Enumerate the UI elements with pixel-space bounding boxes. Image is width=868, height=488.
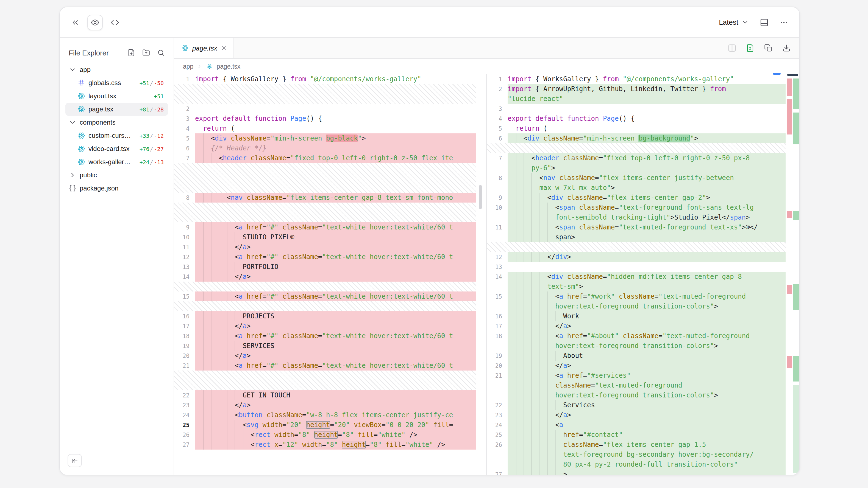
collapse-panel-button[interactable] bbox=[68, 14, 83, 30]
code-line-modified-15[interactable]: 15 <a href="#work" className="text-muted… bbox=[487, 291, 785, 311]
code-text: GET IN TOUCH bbox=[195, 390, 476, 400]
code-line-modified-26[interactable]: 26 className="flex items-center gap-1.5 … bbox=[487, 440, 785, 469]
code-line-modified-6[interactable]: 6 <div className="min-h-screen bg-backgr… bbox=[487, 133, 785, 143]
preview-toggle-button[interactable] bbox=[87, 14, 103, 30]
chevron-down-icon[interactable] bbox=[69, 119, 76, 126]
code-line-original-18[interactable]: 18 <a href="#" className="text-white hov… bbox=[174, 331, 486, 341]
line-number: 3 bbox=[174, 113, 195, 124]
code-line-original-20[interactable]: 20 </a> bbox=[174, 351, 486, 361]
scrollbar-thumb[interactable] bbox=[479, 185, 482, 209]
code-line-modified-16[interactable]: 16 Work bbox=[487, 311, 785, 321]
code-text: PORTFOLIO bbox=[195, 262, 476, 272]
split-view-button[interactable] bbox=[727, 43, 737, 53]
code-line-modified-7[interactable]: 7 <header className="fixed top-0 left-0 … bbox=[487, 153, 785, 173]
code-line-original-25[interactable]: 25 <svg width="20" height="20" viewBox="… bbox=[174, 420, 486, 430]
code-line-modified-24[interactable]: 24 <a bbox=[487, 420, 785, 430]
tree-file-video-card.tsx[interactable]: video-card.tsx+76/-27 bbox=[65, 142, 168, 155]
code-line-original-16[interactable]: 16 PROJECTS bbox=[174, 311, 486, 321]
breadcrumb-item-app[interactable]: app bbox=[183, 63, 193, 70]
code-line-modified-19[interactable]: 19 About bbox=[487, 351, 785, 361]
code-line-modified-5[interactable]: 5 return ( bbox=[487, 124, 785, 133]
tree-file-globals.css[interactable]: globals.css+51/-50 bbox=[65, 76, 168, 90]
code-line-original-13[interactable]: 13 PORTFOLIO bbox=[174, 262, 486, 272]
new-folder-button[interactable] bbox=[141, 48, 151, 58]
code-line-original-21[interactable]: 21 <a href="#" className="text-white hov… bbox=[174, 361, 486, 370]
code-line-modified-20[interactable]: 20 </a> bbox=[487, 361, 785, 370]
code-line-modified-18[interactable]: 18 <a href="#about" className="text-mute… bbox=[487, 331, 785, 351]
code-line-modified-4[interactable]: 4export default function Page() { bbox=[487, 113, 785, 124]
code-line-original-19[interactable]: 19 SERVICES bbox=[174, 341, 486, 351]
code-line-modified-2[interactable]: 2import { ArrowUpRight, Github, Linkedin… bbox=[487, 84, 785, 104]
code-line-original-11[interactable]: 11 </a> bbox=[174, 242, 486, 252]
close-tab-icon[interactable] bbox=[221, 45, 227, 51]
code-line-modified-14[interactable]: 14 <div className="hidden md:flex items-… bbox=[487, 272, 785, 291]
breadcrumb-item-file[interactable]: page.tsx bbox=[216, 63, 240, 70]
code-line-original-12[interactable]: 12 <a href="#" className="text-white hov… bbox=[174, 252, 486, 262]
code-line-modified-23[interactable]: 23 </a> bbox=[487, 410, 785, 420]
tab-page-tsx[interactable]: page.tsx bbox=[174, 38, 234, 58]
diff-pane-original[interactable]: 1import { WorksGallery } from "@/compone… bbox=[174, 74, 486, 475]
code-line-modified-1[interactable]: 1import { WorksGallery } from "@/compone… bbox=[487, 74, 785, 84]
chevrons-left-icon bbox=[71, 18, 80, 27]
code-line-modified-22[interactable]: 22 Services bbox=[487, 400, 785, 410]
code-line-original-26[interactable]: 26 <rect width="8" height="8" fill="whit… bbox=[174, 430, 486, 440]
tree-folder-app[interactable]: app bbox=[65, 63, 168, 76]
code-line-original-10[interactable]: 10 STUDIO PIXEL® bbox=[174, 232, 486, 242]
file-diff-button[interactable] bbox=[745, 43, 755, 53]
diff-pane-modified[interactable]: 1import { WorksGallery } from "@/compone… bbox=[486, 74, 785, 475]
react-icon bbox=[78, 105, 85, 113]
line-number: 21 bbox=[487, 370, 507, 400]
code-line-modified-10[interactable]: 10 <span className="text-foreground font… bbox=[487, 202, 785, 222]
code-line-modified-27[interactable]: 27 > bbox=[487, 469, 785, 475]
code-line-original-14[interactable]: 14 </a> bbox=[174, 272, 486, 282]
tree-file-layout.tsx[interactable]: layout.tsx+51 bbox=[65, 90, 168, 103]
code-line-modified-12[interactable]: 12 </div> bbox=[487, 252, 785, 262]
collapse-sidebar-button[interactable] bbox=[68, 454, 82, 467]
tree-folder-public[interactable]: public bbox=[65, 168, 168, 182]
code-line-modified-21[interactable]: 21 <a href="#services" className="text-m… bbox=[487, 370, 785, 400]
code-line-original-15[interactable]: 15 <a href="#" className="text-white hov… bbox=[174, 291, 486, 301]
tree-file-package.json[interactable]: package.json bbox=[65, 182, 168, 195]
version-dropdown[interactable]: Latest bbox=[716, 16, 752, 29]
code-text: <a href="#about" className="text-muted-f… bbox=[507, 331, 785, 351]
code-line-original-5[interactable]: 5 <div className="min-h-screen bg-black"… bbox=[174, 133, 486, 143]
code-line-modified-8[interactable]: 8 <nav className="flex items-center just… bbox=[487, 173, 785, 193]
tree-file-custom-curs-[interactable]: custom-curs…+33/-12 bbox=[65, 129, 168, 142]
chevron-right-icon[interactable] bbox=[69, 171, 76, 179]
line-number: 20 bbox=[174, 351, 195, 361]
minimap[interactable] bbox=[786, 74, 800, 475]
code-line-original-1[interactable]: 1import { WorksGallery } from "@/compone… bbox=[174, 74, 486, 84]
search-button[interactable] bbox=[156, 48, 166, 58]
copy-button[interactable] bbox=[763, 43, 773, 53]
code-line-modified-11[interactable]: 11 <span className="text-muted-foregroun… bbox=[487, 222, 785, 242]
tree-folder-components[interactable]: components bbox=[65, 116, 168, 129]
tree-file-works-galler-[interactable]: works-galler…+24/-13 bbox=[65, 155, 168, 168]
code-line-original-24[interactable]: 24 <button className="w-8 h-8 flex items… bbox=[174, 410, 486, 420]
code-line-modified-17[interactable]: 17 </a> bbox=[487, 321, 785, 331]
more-options-button[interactable] bbox=[776, 14, 792, 30]
chevron-down-icon[interactable] bbox=[69, 66, 76, 73]
code-line-original-6[interactable]: 6 {/* Header */} bbox=[174, 143, 486, 153]
toolbar-right-group: Latest bbox=[716, 14, 792, 30]
code-line-original-17[interactable]: 17 </a> bbox=[174, 321, 486, 331]
panel-layout-button[interactable] bbox=[756, 14, 772, 30]
code-line-original-23[interactable]: 23 </a> bbox=[174, 400, 486, 410]
code-line-original-27[interactable]: 27 <rect x="12" width="8" height="8" fil… bbox=[174, 440, 486, 450]
code-line-original-3[interactable]: 3export default function Page() { bbox=[174, 113, 486, 124]
download-button[interactable] bbox=[781, 43, 791, 53]
tree-file-page.tsx[interactable]: page.tsx+81/-28 bbox=[65, 103, 168, 116]
new-file-button[interactable] bbox=[126, 48, 136, 58]
code-toggle-button[interactable] bbox=[107, 14, 123, 30]
code-line-original-22[interactable]: 22 GET IN TOUCH bbox=[174, 390, 486, 400]
code-line-original-7[interactable]: 7 <header className="fixed top-0 left-0 … bbox=[174, 153, 486, 163]
code-line-original-4[interactable]: 4 return ( bbox=[174, 124, 486, 133]
line-number: 8 bbox=[487, 173, 507, 193]
code-line-modified-3[interactable]: 3 bbox=[487, 104, 785, 113]
code-line-modified-9[interactable]: 9 <div className="flex items-center gap-… bbox=[487, 193, 785, 202]
code-line-modified-13[interactable]: 13 bbox=[487, 262, 785, 272]
code-line-original-2[interactable]: 2 bbox=[174, 104, 486, 113]
code-line-original-8[interactable]: 8 <nav className="flex items-center gap-… bbox=[174, 193, 486, 202]
code-line-original-9[interactable]: 9 <a href="#" className="text-white hove… bbox=[174, 222, 486, 232]
code-line-modified-25[interactable]: 25 href="#contact" bbox=[487, 430, 785, 440]
file-name: custom-curs… bbox=[88, 132, 131, 139]
